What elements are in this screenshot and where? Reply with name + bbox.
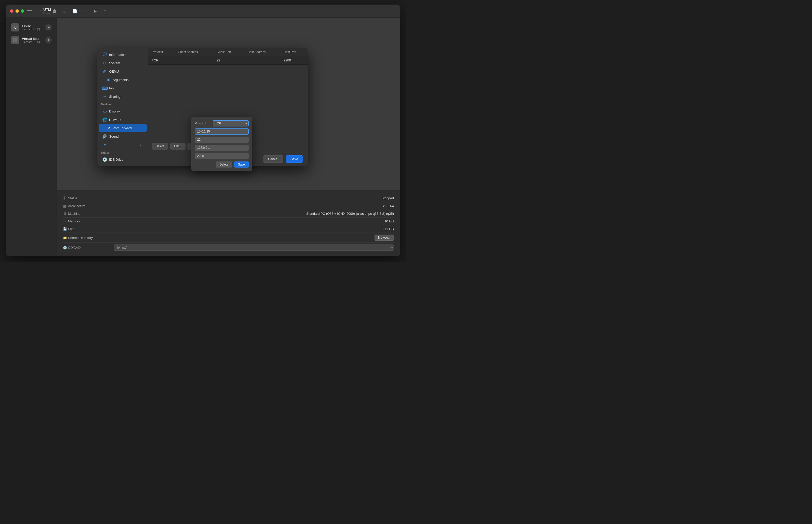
share-button[interactable]: 📄: [71, 7, 79, 15]
display-icon: ▭: [102, 109, 107, 114]
linux-play-icon: [48, 26, 50, 29]
shared-label: Shared Directory: [68, 236, 114, 240]
arch-label: Architecture: [68, 204, 114, 208]
settings-label-system: System: [109, 61, 120, 65]
vm-vm-desc: Standard PC (Q35 + ICH...: [22, 40, 43, 44]
info-row-machine: 🖥 Machine Standard PC (Q35 + ICH9, 2009)…: [63, 210, 394, 217]
settings-item-input[interactable]: ⌨ Input: [99, 84, 147, 92]
network-icon: 🌐: [102, 117, 107, 122]
main-panel: ⓘ Status Stopped ▦ Architecture x86_64 🖥…: [57, 18, 400, 256]
settings-label-display: Display: [109, 110, 120, 113]
col-guest-address: Guest Address: [174, 48, 213, 56]
minimize-button[interactable]: [16, 10, 19, 13]
col-host-port: Host Port: [280, 48, 308, 56]
settings-label-sound: Sound: [109, 134, 119, 138]
port-edit-button[interactable]: Edit...: [170, 143, 186, 149]
port-forward-table: Protocol Guest Address Guest Port Host A…: [148, 48, 308, 92]
devices-section-header: Devices: [98, 101, 148, 107]
browse-button[interactable]: Browse...: [374, 234, 394, 241]
settings-label-information: Information: [109, 53, 125, 56]
cd-select[interactable]: (empty): [114, 245, 394, 250]
information-icon: ⓘ: [102, 52, 107, 57]
settings-label-sharing: Sharing: [109, 95, 120, 98]
portforward-icon: ↗: [106, 126, 111, 130]
port-delete-button[interactable]: Delete: [152, 143, 168, 149]
pf-protocol-select[interactable]: TCP UDP: [213, 120, 249, 127]
sound-icon: 🔊: [102, 134, 107, 138]
info-row-memory: ▭ Memory 10 GB: [63, 217, 394, 225]
settings-item-arguments[interactable]: ⊞ Arguments: [99, 76, 147, 84]
menu-button[interactable]: ≡: [102, 7, 109, 15]
pf-popup-delete-button[interactable]: Delete: [216, 162, 232, 167]
linux-vm-play[interactable]: [46, 24, 51, 31]
info-row-size: 💾 Size 8.71 GB: [63, 225, 394, 233]
cancel-button[interactable]: Cancel: [263, 155, 283, 163]
input-icon: ⌨: [102, 86, 107, 91]
settings-item-qemu[interactable]: ◎ QEMU: [99, 67, 147, 76]
pf-guest-address-input[interactable]: [195, 129, 249, 134]
settings-label-input: Input: [109, 86, 117, 90]
info-row-arch: ▦ Architecture x86_64: [63, 202, 394, 210]
vm-vm-play[interactable]: [46, 37, 51, 43]
arch-icon: ▦: [63, 204, 68, 208]
trash-button[interactable]: 🗑: [51, 7, 58, 15]
maximize-button[interactable]: [21, 10, 24, 13]
pf-host-port-input[interactable]: [195, 153, 249, 159]
pf-protocol-row: Protocol TCP UDP: [195, 120, 249, 127]
settings-item-sound[interactable]: 🔊 Sound: [99, 132, 147, 141]
table-row[interactable]: TCP 22 2200: [148, 56, 308, 65]
sidebar-item-virtual-machine[interactable]: Virtual Machine Standard PC (Q35 + ICH..…: [8, 34, 54, 46]
cd-label: CD/DVD: [68, 246, 114, 249]
svg-text:🐧: 🐧: [14, 26, 17, 29]
sidebar-item-linux[interactable]: 🐧 Linux Standard PC (Q35 + ICH...: [8, 21, 54, 33]
info-row-status: ⓘ Status Stopped: [63, 194, 394, 202]
export-button[interactable]: ↑: [82, 7, 88, 15]
pf-guest-port-row: [195, 136, 249, 143]
linux-vm-icon: 🐧: [11, 23, 19, 32]
pf-host-address-input[interactable]: [195, 145, 249, 151]
settings-item-sharing[interactable]: ↔ Sharing: [99, 93, 147, 100]
titlebar-actions: 🗑 ⊕ 📄 ↑ ▶ ≡: [51, 7, 109, 15]
cd-icon: 💿: [63, 246, 68, 249]
vm-play-icon: [48, 39, 50, 42]
settings-item-system[interactable]: ⚙ System: [99, 59, 147, 67]
settings-item-network[interactable]: 🌐 Network: [99, 115, 147, 124]
clone-button[interactable]: ⊕: [61, 7, 68, 15]
size-label: Size: [68, 227, 114, 231]
play-button[interactable]: ▶: [91, 7, 99, 15]
pf-popup-save-button[interactable]: Save: [234, 162, 249, 167]
cell-host-port: 2200: [280, 56, 308, 65]
status-label: Status: [68, 196, 114, 200]
linux-vm-info: Linux Standard PC (Q35 + ICH...: [22, 24, 43, 31]
close-button[interactable]: [10, 10, 14, 13]
shared-icon: 📁: [63, 236, 68, 240]
settings-label-port-forward: Port Forward: [113, 126, 132, 130]
svg-rect-2: [13, 38, 17, 42]
settings-item-port-forward[interactable]: ↗ Port Forward: [99, 124, 147, 132]
settings-item-ide-drive[interactable]: 💿 IDE Drive: [99, 155, 147, 164]
settings-item-add-device[interactable]: + ›: [99, 141, 147, 149]
pf-popup-actions: Delete Save: [195, 162, 249, 167]
titlebar-title-group: UTM Linux: [44, 7, 51, 15]
cell-guest-address: [174, 56, 213, 65]
qemu-icon: ◎: [102, 69, 107, 73]
settings-sidebar: ⓘ Information ⚙ System ◎ QEMU ⊞: [98, 48, 148, 166]
sharing-icon: ↔: [102, 94, 107, 99]
sidebar-toggle[interactable]: [27, 9, 34, 14]
add-vm-icon[interactable]: +: [39, 8, 43, 14]
cell-host-address: [244, 56, 280, 65]
col-host-address: Host Address: [244, 48, 280, 56]
linux-vm-desc: Standard PC (Q35 + ICH...: [22, 28, 43, 31]
info-row-shared: 📁 Shared Directory Browse...: [63, 233, 394, 243]
port-forward-popup: Protocol TCP UDP: [191, 117, 252, 171]
settings-label-ide-drive: IDE Drive: [109, 158, 123, 162]
cd-value: (empty): [114, 245, 394, 250]
settings-label-arguments: Arguments: [113, 78, 129, 82]
settings-item-information[interactable]: ⓘ Information: [99, 50, 147, 59]
table-empty-row-2: [148, 74, 308, 83]
content-area: 🐧 Linux Standard PC (Q35 + ICH... Virtua…: [6, 18, 400, 256]
settings-item-display[interactable]: ▭ Display: [99, 107, 147, 115]
save-button[interactable]: Save: [286, 155, 303, 163]
pf-guest-port-input[interactable]: [195, 136, 249, 143]
cell-protocol: TCP: [148, 56, 174, 65]
